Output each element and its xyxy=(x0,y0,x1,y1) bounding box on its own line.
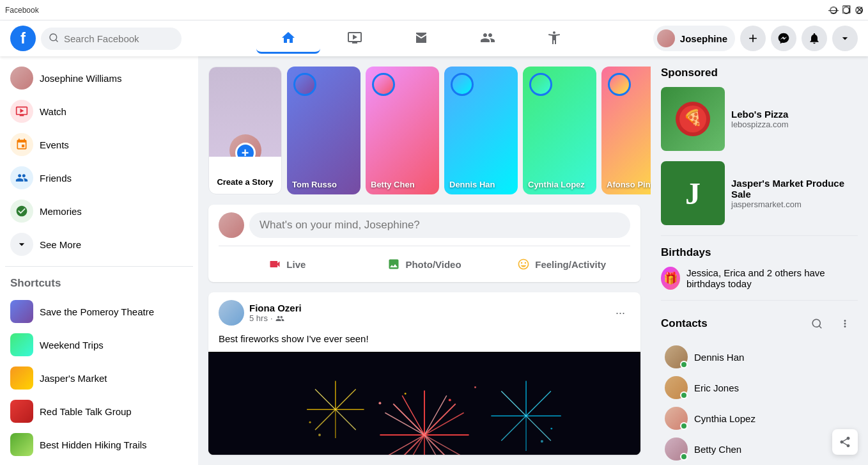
sidebar-item-label: See More xyxy=(40,239,81,250)
contact-cynthia-lopez[interactable]: Cynthia Lopez xyxy=(661,403,858,434)
contact-eric-jones[interactable]: Eric Jones xyxy=(661,372,858,403)
shortcut-label: Save the Pomeroy Theatre xyxy=(40,306,154,317)
add-button[interactable] xyxy=(740,26,766,51)
create-story-card[interactable]: + Create a Story xyxy=(208,67,282,194)
sidebar-item-label: Friends xyxy=(40,173,72,184)
user-profile-chip[interactable]: Josephine xyxy=(653,26,735,51)
top-navigation: f Josephine xyxy=(0,20,868,56)
story-avatar xyxy=(451,73,474,96)
post-input[interactable] xyxy=(249,212,630,238)
sidebar-item-events[interactable]: Events xyxy=(5,128,193,161)
story-dennis-han[interactable]: Dennis Han xyxy=(444,67,518,194)
account-menu-button[interactable] xyxy=(832,26,858,51)
facebook-logo[interactable]: f xyxy=(10,26,36,51)
shortcut-hiking-trails[interactable]: Best Hidden Hiking Trails xyxy=(5,428,193,461)
notifications-button[interactable] xyxy=(802,26,827,51)
friends-privacy-icon xyxy=(275,314,284,323)
minimize-button[interactable]: — xyxy=(830,6,837,14)
post-box-top xyxy=(219,212,630,238)
contacts-more-button[interactable] xyxy=(832,311,858,336)
ad-info: Jasper's Market Produce Sale jaspersmark… xyxy=(731,161,858,225)
user-avatar xyxy=(657,29,675,47)
ad-lebos-pizza[interactable]: 🍕 Lebo's Pizza lebospizza.com xyxy=(661,87,858,151)
post-action-photo[interactable]: Photo/Video xyxy=(356,254,493,274)
ad-jaspers-market[interactable]: J Jasper's Market Produce Sale jaspersma… xyxy=(661,161,858,225)
post-user-avatar xyxy=(219,300,244,326)
contact-name: Dennis Han xyxy=(694,352,744,363)
svg-point-35 xyxy=(449,398,451,401)
contact-avatar xyxy=(665,437,688,461)
sidebar-item-memories[interactable]: Memories xyxy=(5,194,193,228)
shortcut-save-pomeroy[interactable]: Save the Pomeroy Theatre xyxy=(5,295,193,328)
ad-url: jaspersmarket.com xyxy=(731,200,858,209)
share-button[interactable] xyxy=(832,429,858,455)
shortcuts-title: Shortcuts xyxy=(5,272,193,295)
shortcut-label: Best Hidden Hiking Trails xyxy=(40,439,147,450)
shortcut-jaspers-market[interactable]: Jasper's Market xyxy=(5,361,193,395)
sidebar-user-profile[interactable]: Josephine Williams xyxy=(5,61,193,95)
ad-name: Lebo's Pizza xyxy=(731,109,789,120)
story-betty-chen[interactable]: Betty Chen xyxy=(366,67,439,194)
birthday-icon: 🎁 xyxy=(661,267,680,290)
nav-home-button[interactable] xyxy=(256,23,320,54)
close-button[interactable]: ✕ xyxy=(855,6,863,14)
post-action-live[interactable]: Live xyxy=(219,254,356,274)
chevron-down-icon xyxy=(10,233,33,256)
shortcut-icon xyxy=(10,366,33,390)
story-name: Betty Chen xyxy=(371,180,434,189)
post-meta: 5 hrs · xyxy=(249,313,302,323)
ad-url: lebospizza.com xyxy=(731,120,789,129)
sidebar-divider xyxy=(5,266,193,267)
contact-avatar xyxy=(665,407,688,430)
messenger-button[interactable] xyxy=(771,26,796,51)
shortcut-label: Weekend Trips xyxy=(40,340,104,351)
post-action-feeling[interactable]: Feeling/Activity xyxy=(493,254,630,274)
nav-gaming-button[interactable] xyxy=(522,23,586,54)
online-indicator xyxy=(680,391,688,399)
story-tom-russo[interactable]: Tom Russo xyxy=(287,67,360,194)
shortcut-red-table-talk[interactable]: Red Table Talk Group xyxy=(5,395,193,428)
nav-watch-button[interactable] xyxy=(323,23,387,54)
contacts-search-button[interactable] xyxy=(804,311,830,336)
sidebar-item-label: Events xyxy=(40,139,69,150)
window-controls: — ❐ ✕ xyxy=(830,6,863,14)
nav-marketplace-button[interactable] xyxy=(389,23,453,54)
main-feed: + Create a Story Tom Russo Betty Chen De… xyxy=(198,56,651,465)
sidebar-item-friends[interactable]: Friends xyxy=(5,161,193,194)
search-icon xyxy=(49,33,59,45)
search-input[interactable] xyxy=(64,33,166,44)
story-afonso-pinto[interactable]: Afonso Pinto xyxy=(601,67,651,194)
story-cynthia-lopez[interactable]: Cynthia Lopez xyxy=(523,67,596,194)
post-user-name[interactable]: Fiona Ozeri xyxy=(249,303,302,313)
section-divider xyxy=(661,235,858,236)
story-avatar xyxy=(608,73,631,96)
app-title: Facebook xyxy=(5,6,39,15)
maximize-button[interactable]: ❐ xyxy=(842,6,850,14)
contact-avatar xyxy=(665,345,688,368)
story-avatar xyxy=(293,73,316,96)
contact-dennis-han[interactable]: Dennis Han xyxy=(661,342,858,372)
contact-betty-chen[interactable]: Betty Chen xyxy=(661,434,858,464)
user-display-name: Josephine xyxy=(680,33,727,44)
birthday-text-content: Jessica, Erica and 2 others have birthda… xyxy=(686,267,825,289)
birthdays-title: Birthdays xyxy=(661,246,858,259)
nav-groups-button[interactable] xyxy=(456,23,520,54)
sidebar-item-label: Watch xyxy=(40,106,66,117)
section-divider-2 xyxy=(661,300,858,301)
shortcut-icon xyxy=(10,400,33,423)
shortcut-weekend-trips[interactable]: Weekend Trips xyxy=(5,328,193,361)
post-box-avatar xyxy=(219,212,244,238)
post-more-button[interactable]: ··· xyxy=(610,304,630,322)
search-box[interactable] xyxy=(41,28,182,50)
contacts-actions xyxy=(804,311,858,336)
nav-right: Josephine xyxy=(653,26,858,51)
story-avatar xyxy=(372,73,395,96)
sidebar-item-watch[interactable]: Watch xyxy=(5,95,193,128)
sidebar-item-see-more[interactable]: See More xyxy=(5,228,193,261)
svg-point-40 xyxy=(309,422,311,423)
shortcut-icon xyxy=(10,433,33,456)
share-icon xyxy=(839,436,851,448)
main-layout: Josephine Williams Watch Events Friends … xyxy=(0,56,868,465)
birthday-item: 🎁 Jessica, Erica and 2 others have birth… xyxy=(661,267,858,290)
post-image xyxy=(208,352,640,455)
